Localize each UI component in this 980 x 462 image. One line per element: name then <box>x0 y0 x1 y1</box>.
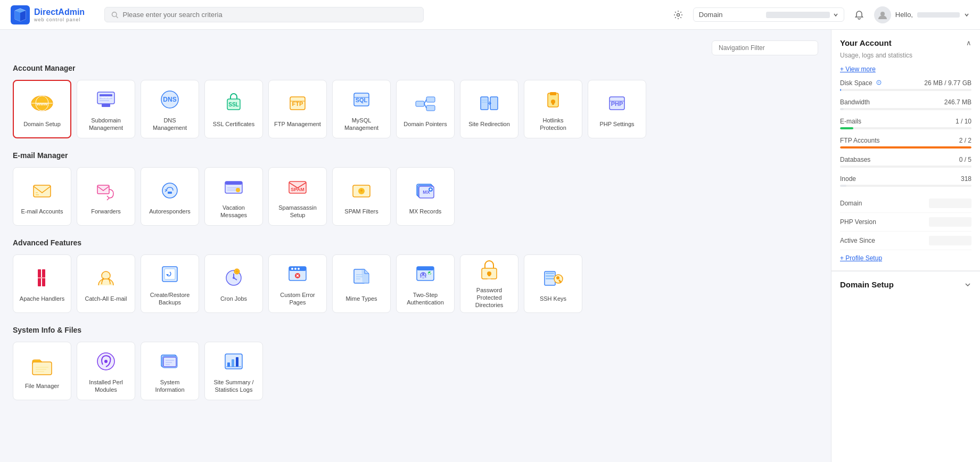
spam-filters-card[interactable]: SPAM Filters <box>332 167 391 226</box>
ftp-management-card[interactable]: FTP FTP Management <box>268 80 327 138</box>
domain-setup-accordion-title: Domain Setup <box>840 280 894 289</box>
nav-filter-input[interactable] <box>712 40 818 55</box>
ssl-certificates-card[interactable]: SSL SSL Certificates <box>204 80 263 138</box>
search-input[interactable] <box>122 11 417 19</box>
email-accounts-icon <box>29 178 55 203</box>
site-summary-card[interactable]: Site Summary / Statistics Logs <box>204 342 263 400</box>
domain-setup-accordion[interactable]: Domain Setup <box>831 271 980 298</box>
hotlinks-protection-card[interactable]: Hotlinks Protection <box>524 80 582 138</box>
domain-setup-card[interactable]: www Domain Setup <box>13 80 71 138</box>
main-layout: Account Manager ➜ www <box>0 30 980 462</box>
mx-records-card[interactable]: MX MX Records <box>396 167 455 226</box>
chevron-down-icon <box>833 12 838 18</box>
user-area[interactable]: Hello, <box>874 6 969 23</box>
svg-rect-29 <box>426 97 435 102</box>
emails-label: E-mails <box>840 118 861 125</box>
avatar <box>874 6 891 23</box>
search-icon <box>111 11 118 19</box>
domain-row: Domain <box>840 194 971 213</box>
domain-setup-icon: www <box>29 90 55 116</box>
two-step-auth-label: Two-Step Authentication <box>402 291 449 307</box>
active-since-row: Active Since <box>840 232 971 250</box>
content-area: Account Manager ➜ www <box>0 30 831 462</box>
spamassassin-icon: SPAM <box>285 174 310 200</box>
apache-handlers-card[interactable]: Apache Handlers <box>13 254 71 313</box>
profile-setup-link[interactable]: + Profile Setup <box>840 254 971 262</box>
dns-management-card[interactable]: DNS DNS Management <box>141 80 199 138</box>
password-protected-dirs-card[interactable]: ••• Password Protected Directories <box>460 254 518 313</box>
domain-setup-wrapper: ➜ www Domain Setup <box>13 80 71 138</box>
file-manager-card[interactable]: File Manager <box>13 342 71 400</box>
perl-icon <box>93 349 119 374</box>
domain-pointers-card[interactable]: Domain Pointers <box>396 80 455 138</box>
backups-card[interactable]: Create/Restore Backups <box>141 254 199 313</box>
brand-sub: web control panel <box>34 17 85 22</box>
twostep-icon <box>413 261 438 287</box>
forwarders-label: Forwarders <box>91 208 121 215</box>
header: DirectAdmin web control panel Domain <box>0 0 980 30</box>
svg-text:PHP: PHP <box>611 101 623 107</box>
svg-rect-34 <box>490 97 498 110</box>
search-bar[interactable] <box>104 7 424 22</box>
svg-rect-98 <box>488 274 490 276</box>
php-version-row: PHP Version <box>840 213 971 232</box>
svg-text:SQL: SQL <box>356 97 368 103</box>
autoresponders-label: Autoresponders <box>149 208 191 215</box>
ssh-keys-card[interactable]: SSH Keys <box>524 254 582 313</box>
your-account-header: Your Account ∧ <box>840 38 971 47</box>
cron-jobs-card[interactable]: Cron Jobs <box>204 254 263 313</box>
apache-icon <box>29 265 55 291</box>
notification-button[interactable] <box>851 6 868 23</box>
email-manager-title: E-mail Manager <box>13 151 818 160</box>
domain-selector[interactable]: Domain <box>693 7 844 22</box>
disk-space-value: 26 MB / 9.77 GB <box>924 79 971 87</box>
site-redirection-card[interactable]: Site Redirection <box>460 80 518 138</box>
spam-filters-label: SPAM Filters <box>344 208 378 215</box>
inode-value: 318 <box>961 175 971 183</box>
site-summary-label: Site Summary / Statistics Logs <box>210 378 257 394</box>
account-manager-section: Account Manager ➜ www <box>13 64 818 138</box>
ftp-accounts-bar <box>840 146 971 148</box>
catch-all-card[interactable]: Catch-All E-mail <box>77 254 135 313</box>
mysql-management-card[interactable]: SQL MySQL Management <box>332 80 391 138</box>
system-info-title: System Info & Files <box>13 326 818 334</box>
gear-button[interactable] <box>670 6 687 23</box>
autoresponders-card[interactable]: Autoresponders <box>141 167 199 226</box>
databases-value: 0 / 5 <box>959 156 971 163</box>
databases-label: Databases <box>840 156 870 163</box>
forwarders-card[interactable]: Forwarders <box>77 167 135 226</box>
disk-space-bar <box>840 89 971 91</box>
logo: DirectAdmin web control panel <box>11 5 96 24</box>
spamassassin-card[interactable]: SPAM Spamassassin Setup <box>268 167 327 226</box>
php-settings-card[interactable]: PHP PHP Settings <box>588 80 646 138</box>
databases-bar <box>840 166 971 168</box>
account-collapse-button[interactable]: ∧ <box>966 39 971 47</box>
vacation-messages-card[interactable]: Vacation Messages <box>204 167 263 226</box>
svg-rect-38 <box>550 92 556 95</box>
inode-stat: Inode 318 <box>840 175 971 187</box>
mime-types-label: Mime Types <box>345 295 377 302</box>
svg-rect-121 <box>236 357 238 367</box>
perl-modules-card[interactable]: Installed Perl Modules <box>77 342 135 400</box>
domain-pointers-label: Domain Pointers <box>403 120 447 128</box>
view-more-link[interactable]: + View more <box>840 65 971 73</box>
advanced-features-section: Advanced Features Apache Handlers <box>13 238 818 313</box>
svg-line-31 <box>424 100 426 104</box>
catch-all-label: Catch-All E-mail <box>85 295 127 302</box>
system-information-card[interactable]: System Information <box>141 342 199 400</box>
two-step-auth-card[interactable]: Two-Step Authentication <box>396 254 455 313</box>
ftp-accounts-fill <box>840 146 971 148</box>
custom-error-pages-card[interactable]: Custom Error Pages <box>268 254 327 313</box>
svg-point-81 <box>298 268 300 270</box>
svg-point-79 <box>291 268 293 270</box>
subdomain-management-card[interactable]: www Subdomain Management <box>77 80 135 138</box>
svg-line-5 <box>116 16 118 18</box>
disk-space-icon <box>876 80 882 85</box>
inode-fill <box>840 185 846 187</box>
hello-label: Hello, <box>895 11 913 19</box>
email-accounts-card[interactable]: E-mail Accounts <box>13 167 71 226</box>
mime-types-card[interactable]: Mime Types <box>332 254 391 313</box>
active-since-label: Active Since <box>840 237 875 244</box>
sidebar: Your Account ∧ Usage, logs and statistic… <box>831 30 980 462</box>
domain-setup-chevron <box>964 281 971 288</box>
